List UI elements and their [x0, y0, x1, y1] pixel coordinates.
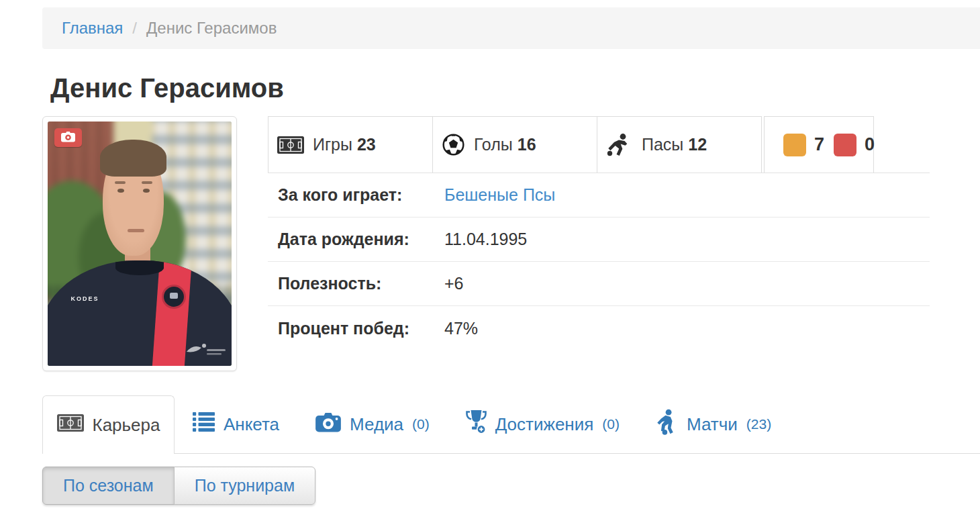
- tab-label: Матчи: [687, 414, 738, 435]
- breadcrumb-current: Денис Герасимов: [146, 19, 277, 38]
- shirt-brand-text: KODES: [71, 295, 99, 302]
- photo-watermark: [184, 341, 228, 361]
- stat-goals-text: Голы 16: [474, 135, 536, 154]
- red-card-icon: [834, 134, 856, 156]
- player-info-table: За кого играет: Бешеные Псы Дата рождени…: [268, 173, 930, 350]
- stat-goals: Голы 16: [432, 116, 597, 173]
- player-photo-card: KODES: [42, 116, 237, 371]
- info-row-winrate: Процент побед: 47%: [268, 306, 930, 350]
- tab-count: (0): [602, 416, 620, 432]
- info-label: Дата рождения:: [278, 230, 444, 249]
- info-value: +6: [444, 274, 464, 293]
- tab-label: Анкета: [224, 414, 279, 435]
- stat-games-text: Игры 23: [313, 135, 376, 154]
- profile-tabs: Карьера Анкета Медиа (0): [42, 395, 980, 454]
- pitch-icon: [57, 414, 84, 436]
- stat-cards: 7 0: [764, 116, 874, 173]
- pitch-icon: [277, 136, 304, 154]
- info-row-team: За кого играет: Бешеные Псы: [268, 173, 930, 218]
- list-icon: [193, 412, 215, 436]
- stat-goals-value: 16: [518, 135, 536, 154]
- tab-label: Медиа: [350, 414, 403, 435]
- yellow-card-icon: [783, 134, 806, 156]
- career-view-toggle: По сезонам По турнирам: [42, 467, 315, 505]
- info-value: 11.04.1995: [444, 230, 527, 249]
- red-card-count: 0: [865, 134, 875, 155]
- running-player-icon: [656, 409, 678, 440]
- tab-label: Карьера: [93, 415, 160, 436]
- tab-profile-form[interactable]: Анкета: [175, 395, 297, 453]
- player-photo[interactable]: KODES: [48, 122, 232, 366]
- tab-count: (0): [412, 416, 430, 432]
- stat-assists-value: 12: [688, 135, 707, 154]
- team-link[interactable]: Бешеные Псы: [444, 185, 555, 205]
- stat-games-value: 23: [357, 135, 376, 154]
- info-label: Полезность:: [278, 274, 444, 293]
- tab-achievements[interactable]: Достижения (0): [448, 395, 638, 453]
- by-tournaments-button[interactable]: По турнирам: [174, 467, 315, 505]
- tab-career[interactable]: Карьера: [42, 395, 175, 454]
- tab-label: Достижения: [495, 414, 594, 435]
- tab-count: (23): [746, 416, 771, 432]
- info-row-birthdate: Дата рождения: 11.04.1995: [268, 218, 930, 262]
- yellow-card-count: 7: [814, 134, 824, 155]
- tab-matches[interactable]: Матчи (23): [638, 395, 789, 453]
- info-label: Процент побед:: [278, 319, 444, 338]
- photo-camera-badge[interactable]: [54, 128, 82, 147]
- club-crest: [162, 285, 186, 309]
- stat-games: Игры 23: [268, 116, 433, 173]
- breadcrumb-separator: /: [132, 19, 137, 38]
- tab-media[interactable]: Медиа (0): [297, 395, 448, 453]
- breadcrumb: Главная / Денис Герасимов: [42, 7, 980, 49]
- player-summary: KODES: [42, 116, 980, 371]
- camera-icon: [61, 131, 75, 145]
- breadcrumb-home-link[interactable]: Главная: [62, 19, 123, 38]
- trophy-icon: [466, 409, 487, 439]
- info-value: 47%: [444, 319, 478, 338]
- page-title: Денис Герасимов: [50, 72, 980, 104]
- stat-assists-text: Пасы 12: [642, 135, 707, 154]
- camera-icon: [315, 412, 341, 437]
- by-seasons-button[interactable]: По сезонам: [42, 467, 175, 505]
- soccer-ball-icon: [442, 133, 465, 156]
- stat-assists: Пасы 12: [597, 116, 762, 173]
- info-row-usefulness: Полезность: +6: [268, 262, 930, 306]
- kicking-player-icon: [606, 132, 633, 158]
- info-label: За кого играет:: [278, 185, 444, 205]
- player-figure: KODES: [48, 122, 232, 366]
- stats-row: Игры 23: [268, 116, 930, 173]
